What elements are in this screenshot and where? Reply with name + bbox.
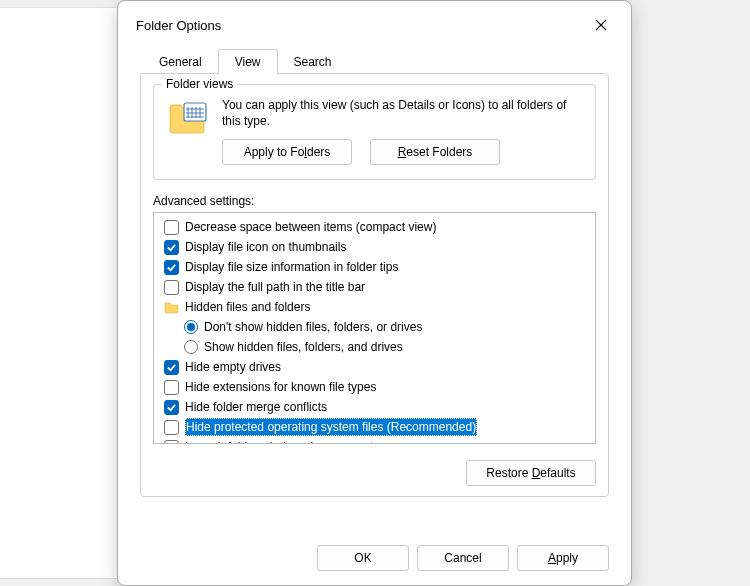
background-strip <box>0 7 118 579</box>
list-item-label: Hidden files and folders <box>185 298 310 316</box>
list-item[interactable]: Show hidden files, folders, and drives <box>184 337 591 357</box>
list-item[interactable]: Display file size information in folder … <box>164 257 591 277</box>
list-item[interactable]: Decrease space between items (compact vi… <box>164 217 591 237</box>
checkbox[interactable] <box>164 360 179 375</box>
checkbox[interactable] <box>164 420 179 435</box>
folder-views-description: You can apply this view (such as Details… <box>222 97 581 129</box>
list-item-label: Hide empty drives <box>185 358 281 376</box>
cancel-button[interactable]: Cancel <box>417 545 509 571</box>
dialog-title: Folder Options <box>136 18 221 33</box>
ok-button[interactable]: OK <box>317 545 409 571</box>
reset-folders-button[interactable]: Reset Folders <box>370 139 500 165</box>
folder-views-legend: Folder views <box>162 77 237 91</box>
list-item-label: Don't show hidden files, folders, or dri… <box>204 318 422 336</box>
advanced-settings-listbox[interactable]: Decrease space between items (compact vi… <box>153 212 596 444</box>
apply-to-folders-button[interactable]: Apply to Folders <box>222 139 352 165</box>
list-item[interactable]: Hide empty drives <box>164 357 591 377</box>
tab-view-body: Folder views <box>140 73 609 497</box>
advanced-settings-label: Advanced settings: <box>153 194 596 208</box>
apply-button[interactable]: Apply <box>517 545 609 571</box>
folder-views-icon <box>168 97 208 138</box>
tab-general[interactable]: General <box>142 49 219 74</box>
checkbox[interactable] <box>164 220 179 235</box>
tab-search[interactable]: Search <box>277 49 349 74</box>
list-item[interactable]: Hide protected operating system files (R… <box>164 417 591 437</box>
list-item[interactable]: Display the full path in the title bar <box>164 277 591 297</box>
list-item-label: Launch folder windows in a separate proc… <box>185 438 425 443</box>
list-item[interactable]: Hidden files and folders <box>164 297 591 317</box>
close-button[interactable] <box>585 11 617 39</box>
checkbox[interactable] <box>164 400 179 415</box>
list-item[interactable]: Launch folder windows in a separate proc… <box>164 437 591 443</box>
radio[interactable] <box>184 340 198 354</box>
restore-defaults-button[interactable]: Restore Defaults <box>466 460 596 486</box>
list-item-label: Hide folder merge conflicts <box>185 398 327 416</box>
list-item-label: Display file icon on thumbnails <box>185 238 346 256</box>
list-item[interactable]: Hide extensions for known file types <box>164 377 591 397</box>
folder-icon <box>164 301 179 314</box>
close-icon <box>595 19 607 31</box>
dialog-footer: OK Cancel Apply <box>118 539 631 585</box>
list-item-label: Display the full path in the title bar <box>185 278 365 296</box>
list-item-label: Decrease space between items (compact vi… <box>185 218 436 236</box>
radio[interactable] <box>184 320 198 334</box>
svg-rect-0 <box>184 103 206 121</box>
titlebar: Folder Options <box>118 1 631 45</box>
checkbox[interactable] <box>164 440 179 444</box>
checkbox[interactable] <box>164 380 179 395</box>
list-item[interactable]: Don't show hidden files, folders, or dri… <box>184 317 591 337</box>
list-item-label: Display file size information in folder … <box>185 258 398 276</box>
checkbox[interactable] <box>164 260 179 275</box>
checkbox[interactable] <box>164 240 179 255</box>
list-item-label: Hide protected operating system files (R… <box>185 418 477 436</box>
list-item[interactable]: Hide folder merge conflicts <box>164 397 591 417</box>
list-item[interactable]: Display file icon on thumbnails <box>164 237 591 257</box>
tab-strip: General View Search <box>142 49 609 74</box>
folder-views-group: Folder views <box>153 84 596 180</box>
list-item-label: Show hidden files, folders, and drives <box>204 338 403 356</box>
checkbox[interactable] <box>164 280 179 295</box>
dialog-content: General View Search Folder views <box>118 45 631 539</box>
tab-view[interactable]: View <box>218 49 278 74</box>
folder-options-dialog: Folder Options General View Search Folde… <box>117 0 632 586</box>
list-item-label: Hide extensions for known file types <box>185 378 376 396</box>
